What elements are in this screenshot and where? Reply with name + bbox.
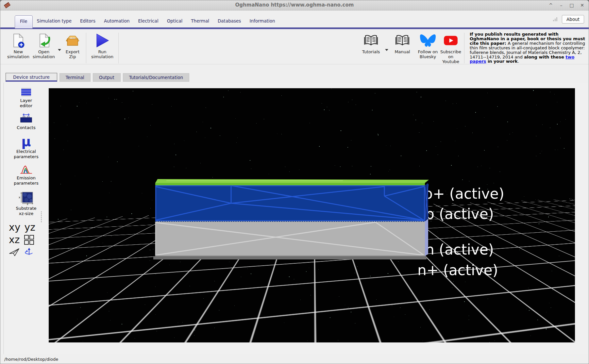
run-simulation-button[interactable]: Run simulation [88,33,116,59]
toolbar-label: Export Zip [66,49,80,59]
paper-plane-icon[interactable] [9,248,20,257]
sidebar-item-emission-parameters[interactable]: Emission parameters [4,165,48,186]
citation-text: If you publish results generated with Og… [470,32,587,64]
oghmanano-window: OghmaNano https://www.oghma-nano.com ^ –… [0,0,589,364]
view-xz-button[interactable]: xz [9,235,20,245]
maximize-icon[interactable]: □ [569,3,574,8]
bluesky-butterfly-icon [420,33,436,48]
menu-tab-information[interactable]: Information [245,15,279,27]
sidebar-label: Emission parameters [14,175,38,186]
about-button[interactable]: About [562,15,584,24]
view-yz-button[interactable]: yz [25,222,36,233]
menu-tab-electrical[interactable]: Electrical [134,15,163,27]
menu-tab-automation[interactable]: Automation [100,15,134,27]
new-simulation-button[interactable]: New simulation [7,33,30,59]
menubar: File Simulation type Editors Automation … [0,10,589,29]
open-book-icon [395,33,410,48]
toolbar-divider [118,33,119,63]
substrate-thumbnail-icon: x z [18,191,34,205]
spectrum-peak-icon [20,165,33,174]
citation-bold-end: in your work [486,59,517,64]
sidebar-item-electrical-parameters[interactable]: μ Electrical parameters [4,135,48,159]
toolbar-divider [464,33,464,63]
open-document-arrow-icon [36,33,51,48]
ribbon-toolbar: New simulation Open simulation [0,29,589,64]
tutorials-dropdown-icon[interactable] [385,49,388,51]
resize-grip-icon [553,17,557,21]
menu-tab-databases[interactable]: Databases [213,15,245,27]
shade-icon[interactable]: ^ [548,3,553,8]
zip-box-icon [65,33,80,48]
toolbar-divider [86,33,86,63]
export-zip-button[interactable]: Export Zip [61,33,84,59]
youtube-icon [444,33,458,48]
view-tabs: Device structure Terminal Output Tutoria… [6,73,189,82]
sidebar-label: Layer editor [20,98,32,108]
tab-tutorials-documentation[interactable]: Tutorials/Documentation [123,73,189,82]
tutorials-button[interactable]: Tutorials [357,33,385,54]
tab-output[interactable]: Output [93,73,121,82]
run-play-icon [95,33,110,48]
sidebar: Layer editor Contacts μ Electrical param… [4,85,48,257]
minimize-icon[interactable]: – [559,3,564,8]
svg-text:z: z [27,202,28,205]
menu-tab-editors[interactable]: Editors [76,15,100,27]
open-simulation-button[interactable]: Open simulation [30,33,58,59]
tab-terminal[interactable]: Terminal [59,73,91,82]
3d-viewport[interactable]: p+ (active) p (active) n (active) n+ (ac… [49,88,575,342]
toolbar-label: Subscribe on Youtube [439,49,462,64]
menu-tab-optical[interactable]: Optical [163,15,187,27]
pane-splitter-handle[interactable] [41,211,42,222]
window-controls: ^ – □ ✕ [548,0,585,10]
menu-tab-file[interactable]: File [15,15,33,28]
panel-edge [4,83,4,354]
four-pane-grid-icon[interactable] [24,235,34,245]
follow-bluesky-button[interactable]: Follow on Bluesky [416,33,439,59]
sidebar-label: Substrate xz-size [16,206,36,216]
menu-tabs: File Simulation type Editors Automation … [15,15,279,27]
sidebar-label: Contacts [17,125,35,130]
new-document-plus-icon [11,33,26,48]
sidebar-item-contacts[interactable]: Contacts [4,113,48,130]
open-book-icon [364,33,378,48]
menu-tab-thermal[interactable]: Thermal [187,15,213,27]
device-structure-panel: Layer editor Contacts μ Electrical param… [0,83,589,354]
mu-symbol-icon: μ [21,135,31,148]
citation-bold-mid: along with these [524,55,565,59]
sidebar-label: Electrical parameters [14,149,38,159]
toolbar-label: Open simulation [33,49,55,59]
titlebar: OghmaNano https://www.oghma-nano.com ^ –… [0,0,589,10]
toolbar-label: New simulation [7,49,29,59]
layers-icon [20,87,32,97]
tab-device-structure[interactable]: Device structure [6,73,57,82]
current-path: /home/rod/Desktop/diode [4,357,58,362]
citation-period: . [518,59,519,64]
view-xy-button[interactable]: xy [9,222,21,233]
toolbar-label: Tutorials [362,49,380,54]
window-title: OghmaNano https://www.oghma-nano.com [0,2,589,8]
subscribe-youtube-button[interactable]: Subscribe on Youtube [439,33,462,64]
manual-button[interactable]: Manual [388,33,416,54]
close-icon[interactable]: ✕ [580,3,585,8]
rotate-view-icon[interactable] [24,248,34,257]
contact-brick-icon [19,113,33,124]
svg-text:x: x [19,196,21,199]
sidebar-item-layer-editor[interactable]: Layer editor [4,87,48,108]
toolbar-label: Follow on Bluesky [418,49,438,59]
open-simulation-dropdown-icon[interactable] [58,49,61,51]
statusbar: /home/rod/Desktop/diode [0,354,589,364]
device-3d-model [49,88,575,342]
toolbar-label: Run simulation [91,49,113,59]
toolbar-label: Manual [395,49,410,54]
menu-tab-simulation-type[interactable]: Simulation type [33,15,76,27]
